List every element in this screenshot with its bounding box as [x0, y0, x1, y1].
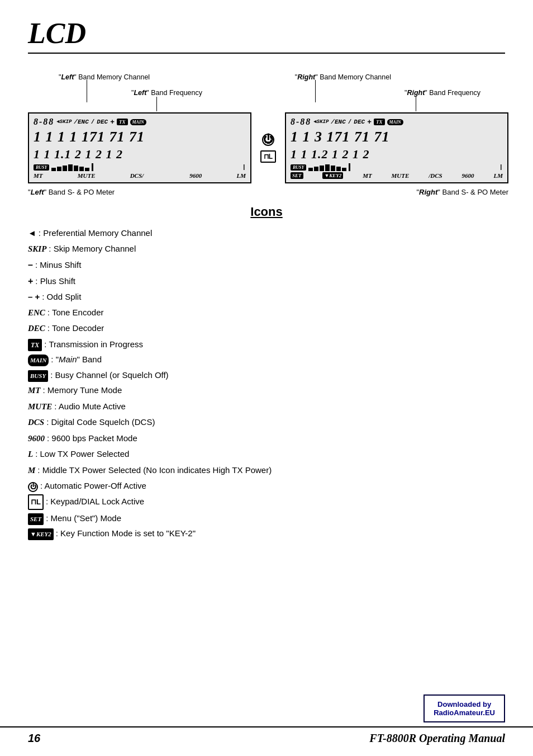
right-lcd-status-row: BUSY | [291, 163, 503, 171]
right-edge-mark: | [242, 164, 246, 171]
mute-label-right: MUTE [392, 172, 410, 179]
lm-label-right: LM [493, 172, 503, 179]
list-item: DCS : Digital Code Squelch (DCS) [28, 415, 505, 430]
top-annotations: "Left" Band Memory Channel "Left" Band F… [28, 68, 508, 112]
left-smeter-bars [51, 163, 93, 171]
tick-right-freq [416, 97, 416, 111]
rbar6 [336, 167, 341, 171]
rbar-end [349, 163, 350, 171]
icon-desc-9: : "Main" Band [51, 352, 102, 367]
skip-symbol: SKIP [28, 242, 46, 257]
lcd-panels-container: 8-88 ◄SKIP /ENC / DEC + TX MAIN 1 1 1 1 … [28, 112, 508, 183]
tick-left-channel [87, 80, 87, 102]
left-band-channel-label: "Left" Band Memory Channel [59, 73, 150, 81]
apo-symbol-list: ⏻ [28, 482, 38, 492]
icon-desc-18: : Keypad/DIAL Lock Active [46, 494, 144, 509]
dcs-symbol: DCS [28, 415, 44, 430]
list-item: ▼KEY2 : Key Function Mode is set to "KEY… [28, 526, 505, 541]
key2-symbol-list: ▼KEY2 [28, 528, 54, 540]
list-item: – : Minus Shift [28, 257, 505, 272]
main-icon-right: MAIN [387, 119, 403, 125]
left-status-left: BUSY [34, 163, 93, 171]
arrow-icon: ◄ [28, 226, 36, 240]
enc-icon-right: /ENC [331, 119, 345, 125]
list-item: ◄ : Preferential Memory Channel [28, 226, 505, 240]
rbar3 [320, 166, 324, 171]
tick-left-freq [156, 97, 157, 111]
list-item: M : Middle TX Power Selected (No Icon in… [28, 463, 505, 478]
dcs-label-right: /DCS [429, 172, 442, 179]
left-channel-display: 8-88 [34, 117, 54, 127]
left-band-meter-label: "Left" Band S- & PO Meter [28, 188, 115, 196]
right-right-edge-mark: | [499, 164, 503, 171]
right-freq-display2: 1 1 1.2 1 2 1 2 [291, 147, 370, 162]
mt-symbol: MT [28, 384, 41, 398]
tick-right-channel [315, 80, 316, 102]
rbar7 [342, 168, 346, 171]
title-divider [28, 53, 505, 54]
tx-symbol: TX [28, 339, 42, 351]
icons-section: Icons ◄ : Preferential Memory Channel SK… [28, 205, 505, 541]
list-item: ⏻ : Automatic Power-Off Active [28, 479, 505, 493]
mt-label: MT [34, 172, 43, 179]
l-symbol: L [28, 447, 33, 462]
dec-text-right: DEC [354, 119, 365, 125]
icon-desc-17: : Automatic Power-Off Active [40, 479, 146, 493]
enc-icon-left: /ENC [74, 119, 88, 125]
page-title: LCD [28, 17, 505, 50]
icon-desc-15: : Low TX Power Selected [35, 447, 129, 461]
busy-icon-left: BUSY [34, 164, 49, 171]
bar6 [79, 167, 84, 171]
icon-desc-14: : 9600 bps Packet Mode [47, 431, 137, 446]
minus-symbol: – [28, 257, 33, 272]
right-smeter-bars [308, 163, 350, 171]
set-icon: SET [291, 172, 303, 179]
icon-desc-8: : Transmission in Progress [44, 337, 143, 352]
left-freq-display: 1 1 1 1 171 71 71 [34, 129, 145, 145]
mute-symbol: MUTE [28, 400, 52, 414]
icon-desc-7: : Tone Decoder [47, 321, 104, 336]
main-icon-left: MAIN [130, 119, 146, 125]
annotation-container: "Left" Band Memory Channel "Left" Band F… [28, 68, 508, 196]
left-lcd-top-row: 8-88 ◄SKIP /ENC / DEC + TX MAIN [34, 117, 246, 127]
downloaded-line1: Downloaded by [434, 700, 495, 708]
list-item: MAIN : "Main" Band [28, 352, 505, 367]
mt-label-right: MT [363, 172, 372, 179]
icon-desc-19: : Menu ("Set") Mode [46, 511, 121, 526]
left-freq-display2: 1 1 1.1 2 1 2 1 2 [34, 147, 123, 162]
right-lcd-panel: 8-88 ◄SKIP /ENC / DEC + TX MAIN 1 1 3 17… [285, 112, 508, 183]
icon-desc-20: : Key Function Mode is set to "KEY-2" [56, 526, 196, 541]
icon-desc-16: : Middle TX Power Selected (No Icon indi… [37, 463, 272, 478]
rbar1 [308, 168, 313, 171]
left-lcd-panel: 8-88 ◄SKIP /ENC / DEC + TX MAIN 1 1 1 1 … [28, 112, 251, 183]
list-item: + : Plus Shift [28, 273, 505, 289]
tx-icon-left: TX [117, 119, 128, 125]
bar3 [63, 166, 67, 171]
icon-desc-5: : Odd Split [42, 290, 81, 304]
icon-desc-4: : Plus Shift [35, 274, 75, 289]
list-item: ENC : Tone Encoder [28, 305, 505, 320]
right-band-meter-label: "Right" Band S- & PO Meter [416, 188, 508, 196]
bottom-annotations: "Left" Band S- & PO Meter "Right" Band S… [28, 188, 508, 196]
list-item: MT : Memory Tune Mode [28, 383, 505, 398]
middle-icons: ⏻ ⊓L [255, 134, 282, 163]
set-symbol-list: SET [28, 513, 44, 525]
icon-desc-11: : Memory Tune Mode [43, 383, 122, 398]
lm-label: LM [237, 172, 246, 179]
busy-icon-right: BUSY [291, 164, 306, 171]
left-lcd-freq-row: 1 1 1 1 171 71 71 [34, 129, 246, 145]
9600-symbol: 9600 [28, 432, 45, 446]
dec-text-left: DEC [97, 119, 108, 125]
list-item: MUTE : Audio Mute Active [28, 399, 505, 414]
icon-desc-10: : Busy Channel (or Squelch Off) [50, 368, 169, 382]
busy-symbol: BUSY [28, 370, 48, 382]
right-lcd-bottom-labels: SET ▼KEY2 MT MUTE /DCS 9600 LM [291, 172, 503, 179]
left-lcd-bottom-labels: MT MUTE DCS/ 9600 LM [34, 172, 246, 179]
apo-icon: ⏻ [262, 134, 274, 146]
icon-desc-3: : Minus Shift [35, 258, 82, 272]
rbar2 [314, 167, 318, 171]
left-lcd-status-row: BUSY | [34, 163, 246, 171]
list-item: 9600 : 9600 bps Packet Mode [28, 431, 505, 446]
right-status-left: BUSY [291, 163, 350, 171]
page-container: LCD "Left" Band Memory Channel "Left" Ba… [0, 0, 533, 756]
